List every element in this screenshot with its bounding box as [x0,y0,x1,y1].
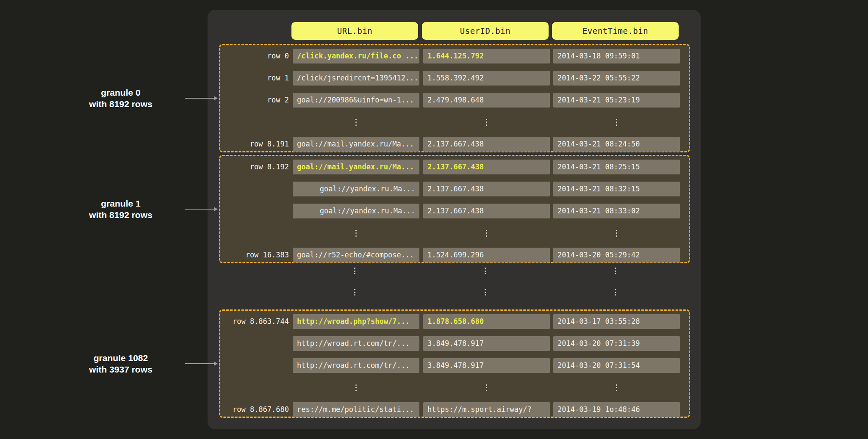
cell-url: goal://yandex.ru.Ma... [293,182,419,196]
gap-ellipsis-dots-eventtime [614,268,617,274]
row-label: row 8.192 [225,160,289,174]
dot [616,390,617,391]
dot [616,232,617,234]
cell-url: goal://r52-echo/#compose... [293,248,419,262]
dot [355,124,357,126]
cell-eventtime: 2014-03-21 08:25:15 [553,160,680,174]
cell-userid: 3.849.478.917 [423,358,550,373]
dot [616,230,617,231]
ellipsis-dots-userid [485,384,488,391]
cell-url: http://wroad.rt.com/tr/... [293,358,419,373]
dot [486,387,487,388]
dot [355,390,357,391]
cell-eventtime: 2014-03-21 05:23:19 [553,93,680,108]
cell-eventtime: 2014-03-22 05:55:22 [553,71,680,86]
dot [354,294,355,295]
dot [485,292,486,293]
diagram-canvas: URL.binUserID.binEventTime.bin row 0/cli… [0,0,868,439]
dot [616,384,617,386]
dot [486,121,487,123]
cell-userid: 1.558.392.492 [423,71,550,86]
dot [615,271,616,272]
granule-label-name: granule 1082 [59,352,182,364]
dot [616,119,617,120]
dot [354,268,355,269]
column-header-userid: UserID.bin [422,22,549,40]
cell-url: goal://mail.yandex.ru/Ma... [293,160,419,174]
dot [616,121,617,123]
dot [355,387,357,388]
granule-label-rows: with 3937 rows [59,364,182,375]
ellipsis-dots-eventtime [615,230,618,237]
granule-label-name: granule 0 [59,87,182,98]
dot [486,230,487,231]
granule-label-rows: with 8192 rows [59,209,182,221]
cell-eventtime: 2014-03-18 09:59:01 [553,49,680,64]
dot [355,119,357,120]
dot [485,273,486,274]
row-label: row 0 [225,49,289,64]
cell-url: goal://mail.yandex.ru/Ma... [293,137,419,152]
ellipsis-dots-eventtime [615,384,618,391]
gap-ellipsis-dots-userid [484,268,487,274]
granule-arrow-1 [185,207,218,212]
cell-url: goal://200986&uinfo=wn-1... [293,93,419,108]
cell-userid: 2.479.498.648 [423,93,550,108]
row-label: row 2 [225,93,289,108]
dot [616,387,617,388]
dot [615,268,616,269]
granule-label-name: granule 1 [59,198,182,209]
cell-url: http://wroad.rt.com/tr/... [293,336,419,351]
gap-ellipsis-dots-url [353,268,357,274]
granule-label-2: granule 1082with 3937 rows [59,352,182,375]
cell-eventtime: 2014-03-20 05:29:42 [553,248,680,262]
dot [485,289,486,290]
cell-url: /click.yandex.ru/file.co ... [293,49,419,64]
cell-userid: 2.137.667.438 [423,182,550,196]
granule-box-0: row 0/click.yandex.ru/file.co ...1.644.1… [219,44,690,152]
column-header-eventtime: EventTime.bin [552,22,679,40]
dot [486,235,487,237]
dot [485,271,486,272]
granule-arrow-2 [185,361,218,366]
dot [615,292,616,293]
dot [354,292,355,293]
cell-userid: 2.137.667.438 [423,160,550,174]
dot [355,232,357,234]
dot [615,273,616,274]
granule-label-0: granule 0with 8192 rows [59,87,182,110]
ellipsis-dots-url [355,119,358,126]
granule-box-1: row 8.192goal://mail.yandex.ru/Ma...2.13… [219,155,690,263]
cell-userid: https://m.sport.airway/? [423,402,550,417]
cell-eventtime: 2014-03-20 07:31:54 [553,358,680,373]
row-label: row 16.383 [225,248,289,262]
gap-ellipsis-dots-userid [484,289,487,295]
gap-ellipsis-dots-eventtime [614,289,617,295]
arrow-line [185,363,214,364]
cell-url: res://m.me/politic/stati... [293,402,419,417]
ellipsis-dots-url [355,384,358,391]
granule-box-2: row 8.863.744http://wroad.php?show/7...1… [219,309,690,418]
cell-userid: 1.524.699.296 [423,248,550,262]
dot [486,124,487,126]
row-label: row 8.863.744 [225,314,289,329]
cell-userid: 2.137.667.438 [423,204,550,218]
dot [355,384,357,386]
dot [355,121,357,123]
cell-url: /click/jsredircnt=1395412... [293,71,419,86]
dot [355,235,357,237]
dot [615,294,616,295]
column-header-url: URL.bin [291,22,418,40]
cell-userid: 1.878.658.680 [423,314,550,329]
arrow-line [185,98,214,99]
ellipsis-dots-userid [485,230,488,237]
cell-userid: 3.849.478.917 [423,336,550,351]
dot [486,384,487,386]
dot [354,273,355,274]
cell-userid: 1.644.125.792 [423,49,550,64]
arrow-line [185,209,214,210]
ellipsis-dots-userid [485,119,488,126]
cell-eventtime: 2014-03-21 08:32:15 [553,182,680,196]
row-label: row 8.867.680 [225,402,289,417]
row-label: row 8.191 [225,137,289,152]
